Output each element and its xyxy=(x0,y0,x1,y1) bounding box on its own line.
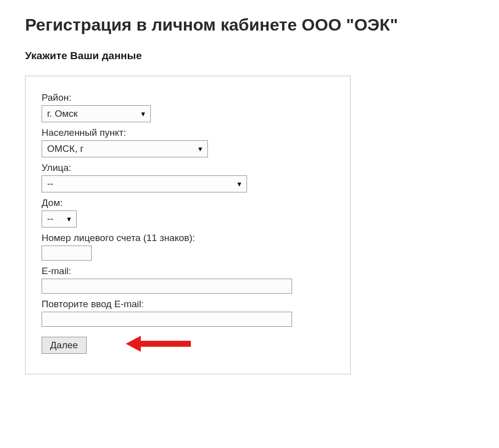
chevron-down-icon: ▼ xyxy=(236,180,242,188)
arrow-pointer-icon xyxy=(126,334,191,354)
svg-marker-0 xyxy=(126,336,191,352)
email-label: E-mail: xyxy=(42,266,334,277)
district-field: Район: г. Омск ▼ xyxy=(42,92,334,122)
house-field: Дом: -- ▼ xyxy=(42,197,334,228)
email-input[interactable] xyxy=(42,279,292,294)
email-confirm-field-group: Повторите ввод E-mail: xyxy=(42,299,334,327)
email-confirm-label: Повторите ввод E-mail: xyxy=(42,299,334,310)
settlement-label: Населенный пункт: xyxy=(42,127,334,138)
street-select[interactable]: -- ▼ xyxy=(42,175,247,192)
house-select-value: -- xyxy=(47,213,59,225)
settlement-field: Населенный пункт: ОМСК, г ▼ xyxy=(42,127,334,157)
next-button[interactable]: Далее xyxy=(42,337,87,354)
street-select-value: -- xyxy=(47,178,229,189)
district-select[interactable]: г. Омск ▼ xyxy=(42,105,151,122)
settlement-select[interactable]: ОМСК, г ▼ xyxy=(42,140,208,157)
account-field: Номер лицевого счета (11 знаков): xyxy=(42,233,334,261)
account-label: Номер лицевого счета (11 знаков): xyxy=(42,233,334,244)
email-field-group: E-mail: xyxy=(42,266,334,294)
page-title: Регистрация в личном кабинете ООО "ОЭК" xyxy=(25,15,474,35)
settlement-select-value: ОМСК, г xyxy=(47,143,190,154)
email-confirm-input[interactable] xyxy=(42,312,292,327)
district-label: Район: xyxy=(42,92,334,103)
chevron-down-icon: ▼ xyxy=(197,145,203,153)
street-field: Улица: -- ▼ xyxy=(42,162,334,192)
registration-form: Район: г. Омск ▼ Населенный пункт: ОМСК,… xyxy=(25,76,351,374)
account-input[interactable] xyxy=(42,246,92,261)
house-select[interactable]: -- ▼ xyxy=(42,210,77,228)
chevron-down-icon: ▼ xyxy=(66,215,72,223)
chevron-down-icon: ▼ xyxy=(140,110,146,118)
form-subtitle: Укажите Ваши данные xyxy=(25,50,474,62)
house-label: Дом: xyxy=(42,197,334,208)
street-label: Улица: xyxy=(42,162,334,173)
district-select-value: г. Омск xyxy=(47,108,133,119)
